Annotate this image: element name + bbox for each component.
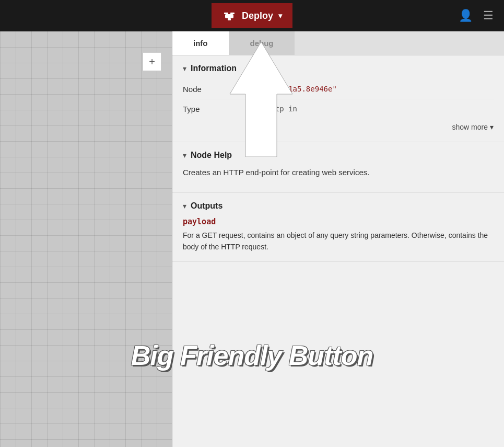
- tab-bar: info debug: [172, 31, 504, 55]
- info-table: Node "e8391a5.8e946e" Type http in: [183, 79, 494, 119]
- show-more-chevron-icon: ▾: [490, 123, 494, 131]
- table-row: Type http in: [183, 99, 494, 119]
- node-help-header: ▾ Node Help: [183, 151, 494, 160]
- chevron-icon: ▾: [183, 151, 186, 159]
- chevron-icon: ▾: [183, 64, 186, 73]
- show-more-label: show more: [452, 123, 488, 131]
- type-label: Type: [183, 105, 266, 113]
- node-help-title: Node Help: [191, 151, 232, 160]
- show-more-button[interactable]: show more ▾: [452, 123, 494, 131]
- type-value: http in: [266, 105, 297, 113]
- outputs-title: Outputs: [191, 201, 222, 211]
- nav-right-icons: 👤 ☰: [459, 9, 494, 22]
- main-layout: + info debug ▾ Information Node "e8391a5…: [0, 31, 504, 447]
- add-node-button[interactable]: +: [143, 52, 161, 71]
- tab-info[interactable]: info: [172, 31, 229, 55]
- node-label: Node: [183, 85, 266, 94]
- svg-rect-0: [224, 13, 228, 14]
- tab-debug[interactable]: debug: [229, 31, 295, 55]
- payload-label: payload: [183, 217, 494, 226]
- chevron-down-icon: ▾: [278, 12, 282, 20]
- payload-description: For a GET request, contains an object of…: [183, 230, 494, 253]
- svg-rect-3: [228, 18, 231, 20]
- canvas-panel: +: [0, 31, 172, 447]
- node-help-section: ▾ Node Help Creates an HTTP end-point fo…: [172, 142, 504, 193]
- deploy-label: Deploy: [242, 10, 273, 21]
- information-section: ▾ Information Node "e8391a5.8e946e" Type…: [172, 55, 504, 142]
- show-more-row: show more ▾: [183, 119, 494, 133]
- information-header: ▾ Information: [183, 64, 494, 73]
- info-content: ▾ Information Node "e8391a5.8e946e" Type…: [172, 55, 504, 447]
- outputs-section: ▾ Outputs payload For a GET request, con…: [172, 193, 504, 262]
- svg-rect-1: [230, 13, 235, 14]
- deploy-icon: [222, 8, 237, 23]
- menu-icon[interactable]: ☰: [483, 9, 494, 22]
- user-icon[interactable]: 👤: [459, 9, 473, 22]
- outputs-header: ▾ Outputs: [183, 201, 494, 211]
- table-row: Node "e8391a5.8e946e": [183, 79, 494, 99]
- info-panel: info debug ▾ Information Node "e8391a5.8…: [172, 31, 504, 447]
- node-help-text: Creates an HTTP end-point for creating w…: [183, 166, 494, 179]
- information-title: Information: [191, 64, 237, 73]
- navbar: Deploy ▾ 👤 ☰: [0, 0, 504, 31]
- node-value: "e8391a5.8e946e": [266, 85, 337, 94]
- svg-rect-2: [225, 14, 233, 18]
- chevron-icon: ▾: [183, 202, 186, 210]
- deploy-button[interactable]: Deploy ▾: [212, 3, 292, 28]
